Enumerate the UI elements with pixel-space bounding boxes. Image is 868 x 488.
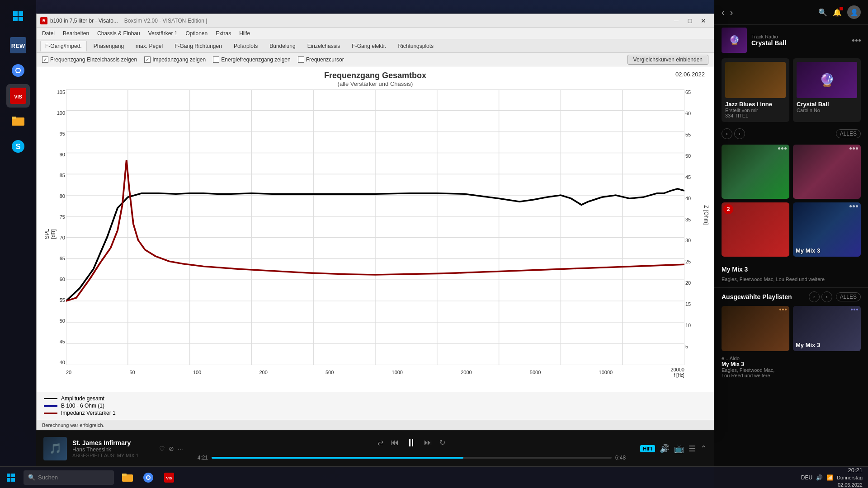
volume-icon[interactable]: 🔊 <box>660 444 670 454</box>
clock-date: 02.06.2022 <box>837 482 863 488</box>
checkbox-impedanzgang[interactable]: ✓ <box>144 56 151 63</box>
album2-dot1 <box>851 309 853 310</box>
tray-volume-icon[interactable]: 🔊 <box>816 474 823 481</box>
menu-chassis[interactable]: Chassis & Einbau <box>94 29 144 38</box>
menu-verstarker[interactable]: Verstärker 1 <box>145 29 181 38</box>
tab-bundelung[interactable]: Bündelung <box>264 41 300 52</box>
sidebar-icon-visaton[interactable]: VIS <box>6 84 30 108</box>
svg-rect-3 <box>19 17 23 21</box>
menu-optionen[interactable]: Optionen <box>182 29 211 38</box>
tidal-nav-forward[interactable]: › <box>730 7 733 18</box>
thumb1-dots[interactable] <box>778 147 787 150</box>
sidebar-icon-folder[interactable] <box>6 109 30 133</box>
thumb4-dots[interactable] <box>849 205 858 207</box>
player-progress-bar[interactable]: 4:21 6:48 <box>198 455 626 461</box>
check-energiefrequenz[interactable]: Energiefrequenzgang zeigen <box>213 56 290 63</box>
thumb2-dots[interactable] <box>849 147 858 150</box>
tidal-nav-back[interactable]: ‹ <box>722 7 725 18</box>
tidal-avatar[interactable]: 👤 <box>847 5 861 19</box>
tab-max-pegel[interactable]: max. Pegel <box>131 41 168 52</box>
taskbar-clock[interactable]: 20:21 Donnerstag 02.06.2022 <box>837 466 863 488</box>
thumb-grid-item-1[interactable] <box>722 145 789 199</box>
progress-bar-track[interactable] <box>212 457 612 459</box>
ausgewahlte-alles-button[interactable]: ALLES <box>836 292 861 301</box>
check-impedanzgang[interactable]: ✓ Impedanzgang zeigen <box>144 56 206 63</box>
checkbox-frequenzcursor[interactable] <box>298 56 304 63</box>
player-track-source: ABGESPIELT AUS: MY MIX 1 <box>72 453 154 458</box>
sidebar-icon-skype[interactable]: S <box>6 135 30 158</box>
bottom-album-1[interactable] <box>722 306 789 351</box>
prev-button[interactable]: ⏮ <box>391 438 399 447</box>
track-radio-dots[interactable] <box>852 39 861 42</box>
cast-icon[interactable]: 📺 <box>674 444 684 454</box>
tab-phasengang[interactable]: Phasengang <box>89 41 129 52</box>
taskbar-visaton[interactable]: VIS <box>159 468 179 488</box>
sidebar-icon-rew[interactable]: REW <box>6 33 30 57</box>
ausgewahlte-title: Ausgewählte Playlisten <box>722 293 792 300</box>
taskbar-chrome[interactable] <box>138 468 158 488</box>
thumb-grid-item-2[interactable] <box>793 145 861 199</box>
desktop: REW VIS S B b100 in 7,5 liter br - Visat… <box>0 0 868 488</box>
repeat-button[interactable]: ↻ <box>439 438 445 447</box>
playlist-jazz[interactable]: Jazz Blues i inne Erstellt von mir 334 T… <box>722 58 789 122</box>
tab-fgang-elektr[interactable]: F-Gang elektr. <box>347 41 391 52</box>
check-frequenzgang[interactable]: ✓ Frequenzgang Einzelchassis zeigen <box>42 56 137 63</box>
sidebar-icon-chrome[interactable] <box>6 59 30 82</box>
playlisten-nav-prev[interactable]: ‹ <box>722 128 732 139</box>
tidal-search-icon[interactable]: 🔍 <box>818 8 827 17</box>
start-button[interactable] <box>0 467 22 488</box>
pause-button[interactable]: ⏸ <box>406 436 417 449</box>
checkbox-frequenzgang[interactable]: ✓ <box>42 56 48 63</box>
thumb-grid-item-4[interactable]: My Mix 3 <box>793 202 861 257</box>
thumb2-dot1 <box>849 147 852 150</box>
playlisten-nav-arrows: ‹ › <box>722 128 745 139</box>
playlisten-nav-next[interactable]: › <box>734 128 745 139</box>
checkbox-energiefrequenz[interactable] <box>213 56 219 63</box>
ausgewahlte-nav: ‹ › <box>809 291 832 302</box>
player-dots-icon[interactable]: ··· <box>178 445 183 452</box>
maximize-button[interactable]: □ <box>683 16 697 26</box>
chevron-up-icon[interactable]: ⌃ <box>700 444 707 454</box>
tab-richtungsplots[interactable]: Richtungsplots <box>393 41 439 52</box>
playlist-crystal[interactable]: 🔮 Crystal Ball Carolin No <box>793 58 861 122</box>
shuffle-button[interactable]: ⇄ <box>377 438 383 447</box>
taskbar-file-explorer[interactable] <box>118 468 137 488</box>
player-right-controls: HIFI 🔊 📺 ☰ ⌃ <box>640 444 707 454</box>
thumb2-dot3 <box>856 147 858 150</box>
menu-extras[interactable]: Extras <box>212 29 235 38</box>
hifi-badge[interactable]: HIFI <box>640 445 655 452</box>
tidal-header-right: 🔍 🔔 👤 <box>818 5 861 19</box>
player-heart-icon[interactable]: ♡ <box>159 445 165 452</box>
album1-dots[interactable] <box>779 309 787 310</box>
close-button[interactable]: ✕ <box>697 16 710 26</box>
taskbar-search-box[interactable]: 🔍 Suchen <box>24 470 114 485</box>
minimize-button[interactable]: ─ <box>670 16 683 26</box>
menu-icon[interactable]: ☰ <box>689 444 696 454</box>
bottom-album-2[interactable]: My Mix 3 <box>793 306 861 351</box>
tidal-nav-icons: ‹ › <box>722 7 733 18</box>
sidebar-icon-windows[interactable] <box>6 5 30 28</box>
tidal-bell-icon[interactable]: 🔔 <box>833 8 842 17</box>
sidebar-panel: REW VIS S <box>0 0 36 466</box>
check-frequenzcursor[interactable]: Frequenzcursor <box>298 56 344 63</box>
tab-einzelchassis[interactable]: Einzelchassis <box>302 41 345 52</box>
track-radio-item[interactable]: 🔮 Track Radio Crystal Ball <box>714 25 868 56</box>
menu-hilfe[interactable]: Hilfe <box>236 29 254 38</box>
tab-fgang-richtungen[interactable]: F-Gang Richtungen <box>170 41 227 52</box>
legend-amplitude: Amplitude gesamt <box>44 395 707 402</box>
tray-wifi-icon[interactable]: 📶 <box>826 474 833 481</box>
playlisten-alles-button[interactable]: ALLES <box>836 129 861 138</box>
player-circle-icon[interactable]: ⊘ <box>169 445 174 452</box>
thumb-grid-item-3[interactable]: 2 <box>722 202 789 257</box>
album2-dots[interactable] <box>851 309 858 310</box>
ausgewahlte-nav-prev[interactable]: ‹ <box>809 291 820 302</box>
menu-bearbeiten[interactable]: Bearbeiten <box>59 29 93 38</box>
boxsim-window-title: b100 in 7,5 liter br - Visato... <box>50 18 118 24</box>
compare-curves-button[interactable]: Vergleichskurven einblenden <box>627 55 708 65</box>
tab-polarplots[interactable]: Polarplots <box>229 41 263 52</box>
album2-info: My Mix 3 <box>796 342 858 348</box>
menu-datei[interactable]: Datei <box>38 29 58 38</box>
next-button[interactable]: ⏭ <box>424 438 432 447</box>
ausgewahlte-nav-next[interactable]: › <box>821 291 832 302</box>
tab-fgang-imped[interactable]: F-Gang/Imped. <box>40 41 87 52</box>
